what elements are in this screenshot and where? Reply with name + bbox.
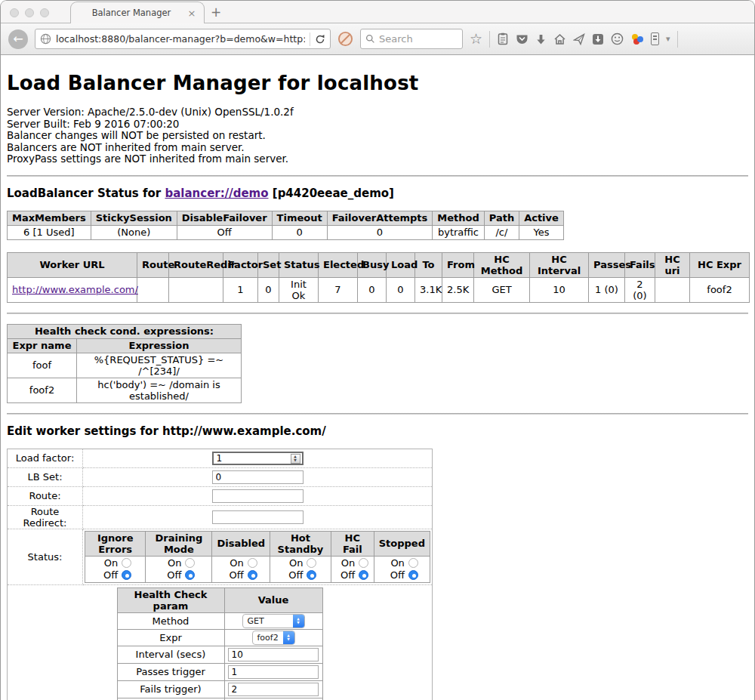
hc-row-fails: Fails trigger) (117, 680, 322, 698)
url-input[interactable]: localhost:8880/balancer-manager?b=demo&w… (56, 33, 305, 45)
cell: 0 (387, 277, 415, 302)
radio-hc-fail-on[interactable] (359, 558, 368, 568)
reload-icon[interactable] (315, 34, 325, 45)
search-box[interactable] (360, 29, 463, 49)
menu-icon[interactable] (685, 34, 698, 44)
save-page-icon[interactable] (592, 33, 604, 45)
route-input[interactable] (212, 489, 304, 503)
close-window-button[interactable] (10, 8, 19, 17)
radio-draining-mode-off[interactable] (185, 570, 195, 580)
server-info: Server Version: Apache/2.5.0-dev (Unix) … (7, 106, 748, 165)
urlbar-divider (310, 32, 310, 46)
send-tab-icon[interactable] (573, 33, 585, 45)
passes-input[interactable] (228, 665, 319, 679)
load-factor-input[interactable] (212, 452, 304, 465)
divider (7, 313, 748, 314)
col-header: Factor (223, 252, 258, 277)
page-content: Load Balancer Manager for localhost Serv… (1, 55, 754, 700)
device-battery-icon[interactable] (651, 32, 659, 45)
radio-disabled-on[interactable] (248, 558, 257, 568)
table-title: Health check cond. expressions: (8, 324, 242, 338)
globe-icon (40, 33, 51, 45)
balancer-status-heading: LoadBalancer Status for balancer://demo … (7, 187, 748, 200)
radio-hc-fail-off[interactable] (359, 570, 368, 580)
cell: 2 (0) (625, 277, 655, 302)
close-tab-icon[interactable]: × (186, 8, 198, 19)
radio-hot-standby-on[interactable] (307, 558, 316, 568)
form-row-route-redirect: Route Redirect: (8, 505, 433, 529)
col-header: Disabled (212, 531, 270, 556)
home-icon[interactable] (553, 33, 566, 45)
divider (7, 413, 748, 415)
table-title-row: Health check cond. expressions: (8, 324, 242, 338)
number-stepper-icon[interactable]: ▲▼ (291, 454, 300, 464)
radio-stopped-on[interactable] (408, 558, 418, 568)
navigation-toolbar: ← localhost:8880/balancer-manager?b=demo… (1, 23, 754, 55)
tab-balancer-manager[interactable]: Balancer Manager × (70, 2, 205, 23)
dropdown-caret-icon[interactable]: ▾ (666, 35, 670, 43)
worker-url-link[interactable]: http://www.example.com/ (12, 284, 138, 295)
fails-input[interactable] (228, 683, 319, 696)
heading-prefix: LoadBalancer Status for (7, 187, 161, 200)
cell: 0 (258, 277, 279, 302)
hc-row-passes: Passes trigger (117, 663, 322, 680)
col-header: Status (279, 252, 319, 277)
cell: Yes (519, 225, 564, 239)
hc-row-expr: Expr foof2 ▲▼ (117, 629, 322, 646)
page-title: Load Balancer Manager for localhost (7, 55, 748, 94)
lb-set-input[interactable] (212, 470, 304, 484)
pocket-icon[interactable] (516, 33, 528, 45)
radio-draining-mode-on[interactable] (185, 558, 195, 568)
new-tab-button[interactable]: + (205, 2, 227, 23)
tab-grid-icon[interactable] (704, 33, 716, 45)
cell: Init Ok (279, 277, 319, 302)
col-header: Elected (319, 252, 358, 277)
notice-line: Balancer changes will NOT be persisted o… (7, 130, 748, 142)
col-header: Route (137, 252, 169, 277)
radio-disabled-off[interactable] (248, 570, 257, 580)
param-label: Fails trigger) (117, 680, 224, 698)
interval-input[interactable] (228, 648, 319, 661)
expr-select[interactable]: foof2 ▲▼ (252, 631, 295, 645)
extension-dots-icon[interactable] (630, 33, 644, 45)
edit-worker-heading: Edit worker settings for http://www.exam… (7, 424, 748, 438)
col-header: Fails (625, 252, 655, 277)
radio-stopped-off[interactable] (408, 570, 418, 580)
url-bar[interactable]: localhost:8880/balancer-manager?b=demo&w… (35, 29, 331, 49)
radio-hot-standby-off[interactable] (307, 570, 316, 580)
col-header: From (442, 252, 474, 277)
worker-row: http://www.example.com/ 1 0 Init Ok 7 0 … (8, 277, 750, 302)
cell: GET (474, 277, 530, 302)
col-header: Path (484, 211, 519, 225)
download-icon[interactable] (535, 33, 547, 45)
minimize-window-button[interactable] (25, 8, 34, 17)
bookmark-star-icon[interactable]: ☆ (470, 32, 482, 46)
col-header: Timeout (272, 211, 327, 225)
col-header: HC Expr (690, 252, 750, 277)
balancer-demo-link[interactable]: balancer://demo (165, 187, 268, 200)
col-header: To (415, 252, 442, 277)
heading-suffix: [p4420eeae_demo] (273, 187, 394, 200)
cell: 1 (0) (589, 277, 625, 302)
col-header: Method (433, 211, 484, 225)
clipboard-icon[interactable] (497, 32, 509, 45)
cell: bytraffic (433, 225, 484, 239)
col-header: HC Interval (530, 252, 589, 277)
route-redirect-input[interactable] (212, 510, 304, 524)
back-button[interactable]: ← (8, 29, 28, 49)
method-select[interactable]: GET ▲▼ (242, 614, 305, 628)
feedback-smiley-icon[interactable] (611, 32, 624, 45)
search-input[interactable] (379, 33, 455, 45)
col-header: Stopped (374, 531, 430, 556)
radio-ignore-errors-off[interactable] (122, 570, 131, 580)
radio-ignore-errors-on[interactable] (122, 558, 131, 568)
adblock-icon[interactable] (337, 31, 353, 47)
zoom-window-button[interactable] (40, 8, 49, 17)
cell: 0 (272, 225, 327, 239)
select-stepper-icon: ▲▼ (293, 614, 304, 628)
table-row: foof %{REQUEST_STATUS} =~ /^[234]/ (8, 353, 242, 378)
col-header: Ignore Errors (85, 531, 146, 556)
expr-value: %{REQUEST_STATUS} =~ /^[234]/ (77, 353, 242, 378)
col-header: Load (387, 252, 415, 277)
col-header: Hot Standby (270, 531, 331, 556)
